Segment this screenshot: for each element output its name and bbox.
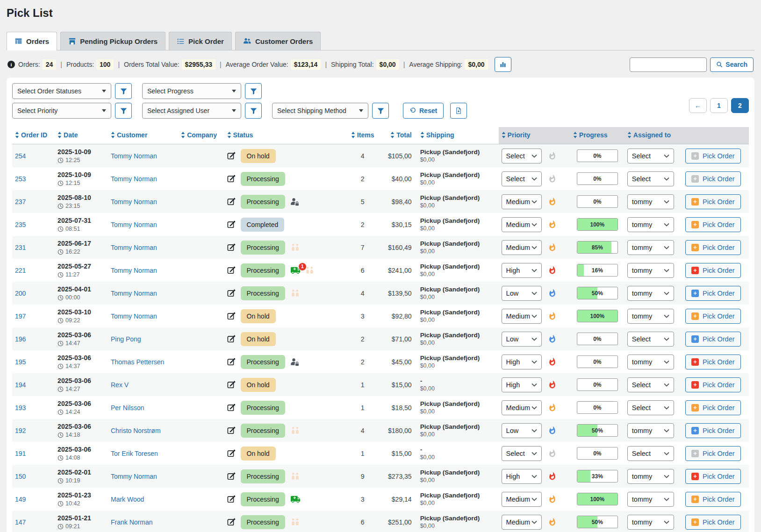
priority-select[interactable]: Medium	[502, 515, 542, 530]
pick-order-button[interactable]: +Pick Order	[685, 492, 741, 507]
assigned-select[interactable]: Select	[627, 171, 674, 186]
column-header-progress[interactable]: Progress	[570, 127, 625, 144]
customer-link[interactable]: Tommy Norman	[111, 312, 157, 320]
pick-order-button[interactable]: +Pick Order	[685, 377, 741, 392]
edit-order-icon[interactable]	[227, 518, 236, 526]
edit-order-icon[interactable]	[227, 358, 236, 366]
order-id-link[interactable]: 237	[15, 198, 26, 206]
column-header-shipping[interactable]: Shipping	[417, 127, 499, 144]
edit-order-icon[interactable]	[227, 312, 236, 320]
assigned-select[interactable]: tommy	[627, 469, 674, 484]
edit-order-icon[interactable]	[227, 495, 236, 504]
assigned-select[interactable]: tommy	[627, 286, 674, 301]
order-id-link[interactable]: 193	[15, 404, 26, 411]
customer-link[interactable]: Mark Wood	[111, 496, 144, 503]
pick-order-button[interactable]: +Pick Order	[685, 263, 741, 278]
assigned-select[interactable]: Select	[627, 332, 674, 347]
priority-select[interactable]: Medium	[502, 400, 542, 415]
chart-button[interactable]	[495, 57, 511, 72]
pick-order-button[interactable]: +Pick Order	[685, 194, 741, 209]
pick-order-button[interactable]: +Pick Order	[685, 469, 741, 484]
order-id-link[interactable]: 221	[15, 267, 26, 274]
priority-select[interactable]: High	[502, 263, 542, 278]
assigned-user-select[interactable]: Select Assigned User	[142, 103, 241, 119]
order-statuses-select[interactable]: Select Order Statuses	[12, 83, 111, 99]
edit-order-icon[interactable]	[227, 404, 236, 412]
priority-filter-select[interactable]: Select Priority	[12, 103, 111, 119]
edit-order-icon[interactable]	[227, 472, 236, 481]
customer-link[interactable]: Christo Norstrøm	[111, 427, 161, 434]
pagination-page-1[interactable]: 1	[710, 98, 728, 113]
order-id-link[interactable]: 235	[15, 221, 26, 228]
customer-link[interactable]: Tommy Norman	[111, 267, 157, 274]
shipping-method-select[interactable]: Select Shipping Method	[272, 103, 368, 119]
pagination-page-2[interactable]: 2	[731, 98, 749, 113]
customer-link[interactable]: Tommy Norman	[111, 152, 157, 160]
customer-link[interactable]: Tommy Norman	[111, 473, 157, 480]
pick-order-button[interactable]: +Pick Order	[685, 149, 741, 163]
pick-order-button[interactable]: +Pick Order	[685, 355, 741, 369]
priority-select[interactable]: High	[502, 469, 542, 484]
pick-order-button[interactable]: +Pick Order	[685, 217, 741, 232]
assigned-select[interactable]: tommy	[627, 355, 674, 369]
customer-link[interactable]: Tommy Norman	[111, 221, 157, 228]
customer-link[interactable]: Frank Norman	[111, 518, 152, 526]
filter-priority-button[interactable]	[115, 103, 132, 119]
order-id-link[interactable]: 231	[15, 244, 26, 251]
assigned-select[interactable]: tommy	[627, 309, 674, 324]
pick-order-button[interactable]: +Pick Order	[685, 400, 741, 415]
search-input[interactable]	[630, 57, 707, 72]
edit-order-icon[interactable]	[227, 335, 236, 343]
tab-customer-orders[interactable]: Customer Orders	[235, 32, 321, 50]
reset-filters-button[interactable]: Reset	[403, 103, 444, 119]
customer-link[interactable]: Tommy Norman	[111, 290, 157, 297]
priority-select[interactable]: High	[502, 355, 542, 369]
order-id-link[interactable]: 200	[15, 290, 26, 297]
edit-order-icon[interactable]	[227, 220, 236, 229]
priority-select[interactable]: Medium	[502, 309, 542, 324]
priority-select[interactable]: High	[502, 377, 542, 392]
pick-order-button[interactable]: +Pick Order	[685, 171, 741, 186]
customer-link[interactable]: Tor Erik Toresen	[111, 450, 158, 457]
customer-link[interactable]: Tommy Norman	[111, 244, 157, 251]
edit-order-icon[interactable]	[227, 266, 236, 275]
export-button[interactable]	[450, 103, 467, 119]
customer-link[interactable]: Rex V	[111, 381, 129, 389]
tab-pick-order[interactable]: Pick Order	[169, 32, 232, 50]
filter-shipping-method-button[interactable]	[372, 103, 389, 119]
priority-select[interactable]: Select	[502, 149, 542, 163]
search-button[interactable]: Search	[710, 57, 754, 72]
column-header-status[interactable]: Status	[224, 127, 348, 144]
column-header-items[interactable]: Items	[348, 127, 378, 144]
edit-order-icon[interactable]	[227, 243, 236, 252]
assigned-select[interactable]: Select	[627, 377, 674, 392]
assigned-select[interactable]: tommy	[627, 217, 674, 232]
priority-select[interactable]: Select	[502, 171, 542, 186]
column-header-date[interactable]: Date	[55, 127, 108, 144]
column-header-company[interactable]: Company	[178, 127, 224, 144]
priority-select[interactable]: Low	[502, 423, 542, 438]
priority-select[interactable]: Low	[502, 286, 542, 301]
order-id-link[interactable]: 197	[15, 312, 26, 320]
customer-link[interactable]: Tommy Norman	[111, 175, 157, 183]
customer-link[interactable]: Tommy Norman	[111, 198, 157, 206]
priority-select[interactable]: Medium	[502, 217, 542, 232]
tab-orders[interactable]: Orders	[7, 32, 57, 50]
priority-select[interactable]: Medium	[502, 194, 542, 209]
progress-select[interactable]: Select Progress	[142, 83, 241, 99]
customer-link[interactable]: Thomas Pettersen	[111, 358, 164, 366]
pick-order-button[interactable]: +Pick Order	[685, 446, 741, 461]
order-id-link[interactable]: 194	[15, 381, 26, 389]
pick-order-button[interactable]: +Pick Order	[685, 515, 741, 530]
assigned-select[interactable]: tommy	[627, 194, 674, 209]
customer-link[interactable]: Per Nilsson	[111, 404, 144, 411]
filter-progress-button[interactable]	[245, 83, 262, 99]
column-header-order-id[interactable]: Order ID	[12, 127, 55, 144]
filter-order-statuses-button[interactable]	[115, 83, 132, 99]
column-header-assigned-to[interactable]: Assigned to	[625, 127, 682, 144]
customer-link[interactable]: Ping Pong	[111, 335, 141, 343]
order-id-link[interactable]: 196	[15, 335, 26, 343]
priority-select[interactable]: Medium	[502, 492, 542, 507]
edit-order-icon[interactable]	[227, 152, 236, 160]
order-id-link[interactable]: 253	[15, 175, 26, 183]
